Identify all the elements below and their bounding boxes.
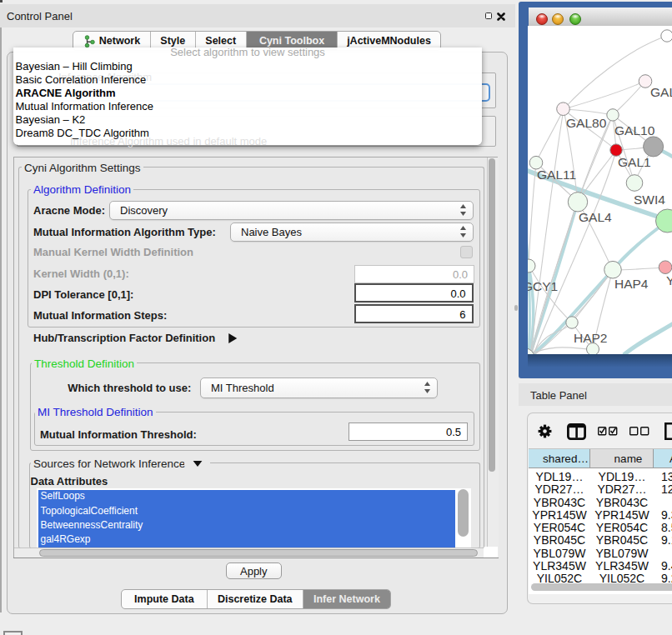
svg-text:SWI4: SWI4 [634,192,665,207]
svg-text:GAL11: GAL11 [537,168,576,182]
svg-text:GAL7: GAL7 [650,85,672,99]
svg-text:GAL10: GAL10 [614,123,655,138]
svg-text:GCY1: GCY1 [528,279,558,293]
svg-text:GAL1: GAL1 [618,155,651,169]
svg-text:Y: Y [666,273,672,288]
svg-text:HAP4: HAP4 [614,277,649,291]
svg-text:HAP2: HAP2 [574,331,608,345]
svg-text:GAL80: GAL80 [566,116,607,130]
svg-text:GAL4: GAL4 [579,210,612,224]
